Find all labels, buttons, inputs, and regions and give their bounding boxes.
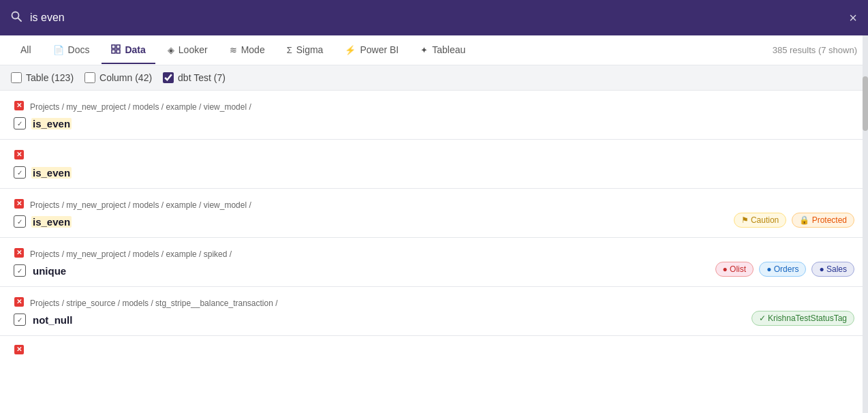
tab-all-label: All: [20, 44, 31, 55]
tag-olist: ● Olist: [715, 262, 754, 277]
docs-icon: 📄: [53, 45, 64, 55]
breadcrumb-text: Projects / stripe_source / models / stg_…: [30, 299, 278, 308]
result-name: is_even: [31, 118, 72, 129]
breadcrumb: ✕ Projects / my_new_project / models / e…: [14, 247, 854, 260]
error-icon: ✕: [14, 100, 25, 113]
search-icon: [11, 11, 22, 25]
error-icon: ✕: [14, 149, 25, 162]
result-name-row: ✓ is_even: [14, 215, 854, 228]
search-bar: ×: [0, 0, 868, 35]
tab-mode-label: Mode: [241, 44, 265, 55]
svg-rect-4: [112, 50, 115, 53]
tab-powerbi-label: Power BI: [360, 44, 399, 55]
breadcrumb: ✕ Projects / stripe_source / models / st…: [14, 296, 854, 309]
result-name-row: ✓ not_null: [14, 313, 854, 326]
powerbi-icon: ⚡: [345, 45, 356, 55]
result-item[interactable]: ✕: [0, 336, 868, 369]
svg-text:✕: ✕: [16, 249, 22, 256]
result-item[interactable]: ✕ Projects / my_new_project / models / e…: [0, 189, 868, 238]
svg-rect-3: [117, 45, 120, 48]
filter-table-label: Table (123): [26, 72, 74, 83]
error-icon: ✕: [14, 198, 25, 211]
result-item[interactable]: ✕ Projects / my_new_project / models / e…: [0, 238, 868, 287]
filter-dbt-test-label: dbt Test (7): [178, 72, 226, 83]
tab-data-label: Data: [125, 44, 145, 55]
svg-line-1: [18, 18, 22, 22]
tab-data[interactable]: Data: [102, 37, 155, 64]
scroll-thumb[interactable]: [863, 76, 868, 131]
svg-rect-2: [112, 45, 115, 48]
tags-row: ● Olist ● Orders ● Sales: [715, 262, 854, 277]
svg-text:✕: ✕: [16, 298, 22, 305]
result-name: not_null: [31, 314, 74, 326]
tab-docs[interactable]: 📄 Docs: [44, 37, 99, 63]
tag-protected: 🔒 Protected: [792, 213, 854, 228]
error-icon: ✕: [14, 344, 25, 357]
data-icon: [111, 44, 121, 56]
dbt-test-icon: ✓: [14, 117, 26, 129]
dbt-test-icon: ✓: [14, 313, 26, 326]
svg-text:✕: ✕: [16, 200, 22, 207]
svg-text:✕: ✕: [16, 346, 22, 353]
filter-table-checkbox[interactable]: [11, 72, 22, 83]
search-overlay: × All 📄 Docs Data ◈ Looker: [0, 0, 868, 413]
dbt-test-icon: ✓: [14, 264, 26, 277]
tab-all[interactable]: All: [11, 37, 41, 63]
filter-dbt-test[interactable]: dbt Test (7): [163, 72, 226, 83]
dbt-test-icon: ✓: [14, 215, 26, 228]
tab-looker[interactable]: ◈ Looker: [158, 37, 217, 63]
svg-text:✕: ✕: [16, 151, 22, 158]
results-count: 385 results (7 shown): [773, 45, 857, 55]
tags-row: ✓ KrishnaTestStatusTag: [751, 311, 854, 326]
filter-table[interactable]: Table (123): [11, 72, 74, 83]
result-name: unique: [31, 265, 67, 277]
tab-tableau[interactable]: ✦ Tableau: [411, 37, 475, 63]
breadcrumb: ✕: [14, 149, 854, 162]
looker-icon: ◈: [168, 45, 174, 55]
svg-text:✕: ✕: [16, 102, 22, 109]
scroll-track: [863, 35, 868, 413]
svg-rect-5: [117, 50, 120, 53]
breadcrumb-text: Projects / my_new_project / models / exa…: [30, 249, 232, 259]
result-item[interactable]: ✕ Projects / stripe_source / models / st…: [0, 287, 868, 336]
tags-row: ⚑ Caution 🔒 Protected: [734, 213, 854, 228]
breadcrumb-text: Projects / my_new_project / models / exa…: [30, 102, 251, 112]
result-name: is_even: [31, 167, 72, 179]
tab-sigma-label: Sigma: [296, 44, 324, 55]
tab-sigma[interactable]: Σ Sigma: [277, 37, 333, 63]
breadcrumb: ✕: [14, 344, 854, 357]
filter-column-checkbox[interactable]: [84, 72, 95, 83]
tableau-icon: ✦: [420, 45, 428, 55]
filter-column[interactable]: Column (42): [84, 72, 152, 83]
tab-looker-label: Looker: [179, 44, 208, 55]
breadcrumb: ✕ Projects / my_new_project / models / e…: [14, 198, 854, 211]
tab-powerbi[interactable]: ⚡ Power BI: [335, 37, 408, 63]
filter-dbt-test-checkbox[interactable]: [163, 72, 174, 83]
result-name: is_even: [31, 216, 72, 228]
tab-docs-label: Docs: [68, 44, 90, 55]
tab-tableau-label: Tableau: [432, 44, 465, 55]
result-item[interactable]: ✕ ✓ is_even: [0, 140, 868, 189]
tag-krishna-test-status: ✓ KrishnaTestStatusTag: [751, 311, 854, 326]
close-button[interactable]: ×: [849, 11, 857, 25]
breadcrumb-text: Projects / my_new_project / models / exa…: [30, 200, 251, 210]
result-item[interactable]: ✕ Projects / my_new_project / models / e…: [0, 91, 868, 140]
tag-sales: ● Sales: [811, 262, 854, 277]
tag-caution: ⚑ Caution: [734, 213, 787, 228]
filter-row: Table (123) Column (42) dbt Test (7): [0, 65, 868, 91]
result-name-row: ✓ is_even: [14, 117, 854, 129]
filter-column-label: Column (42): [99, 72, 152, 83]
error-icon: ✕: [14, 296, 25, 309]
sigma-icon: Σ: [287, 45, 292, 55]
error-icon: ✕: [14, 247, 25, 260]
result-name-row: ✓ is_even: [14, 166, 854, 179]
breadcrumb: ✕ Projects / my_new_project / models / e…: [14, 100, 854, 113]
tab-mode[interactable]: ≋ Mode: [220, 37, 275, 63]
search-input[interactable]: [30, 12, 841, 24]
tag-orders: ● Orders: [759, 262, 806, 277]
mode-icon: ≋: [230, 45, 237, 55]
dbt-test-icon: ✓: [14, 166, 26, 179]
results-list: ✕ Projects / my_new_project / models / e…: [0, 91, 868, 369]
tabs-row: All 📄 Docs Data ◈ Looker ≋ Mode: [0, 35, 868, 65]
